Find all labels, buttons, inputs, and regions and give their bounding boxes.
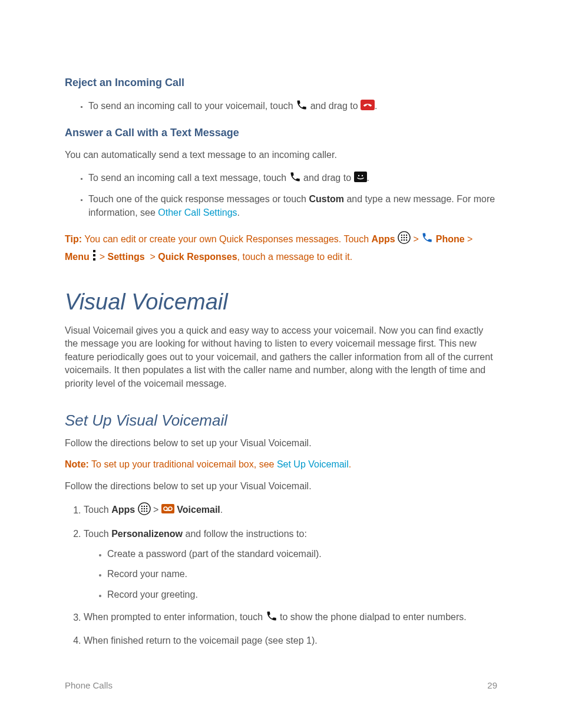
- svg-point-22: [143, 508, 144, 509]
- text: When prompted to enter information, touc…: [84, 612, 266, 622]
- paragraph: You can automatically send a text messag…: [65, 149, 497, 162]
- text: To send an incoming call a text message,…: [88, 173, 289, 183]
- paragraph: Visual Voicemail gives you a quick and e…: [65, 324, 497, 390]
- list-item: Record your greeting.: [107, 588, 497, 601]
- phone-handset-icon: [296, 98, 308, 115]
- text: Touch: [84, 505, 111, 515]
- text: .: [375, 101, 377, 111]
- bold-text: Settings: [107, 252, 144, 262]
- phone-handset-icon: [266, 610, 277, 626]
- bold-text: Voicemail: [177, 505, 220, 515]
- paragraph: Follow the directions below to set up yo…: [65, 480, 497, 493]
- sub-list: Create a password (part of the standard …: [84, 548, 497, 601]
- svg-point-25: [143, 510, 144, 512]
- heading-answer: Answer a Call with a Text Message: [65, 127, 497, 139]
- svg-point-8: [401, 237, 402, 238]
- svg-point-7: [406, 235, 407, 236]
- breadcrumb-sep: >: [147, 252, 158, 262]
- svg-point-23: [146, 508, 147, 509]
- heading-visual-voicemail: Visual Voicemail: [65, 289, 497, 315]
- text: and follow the instructions to:: [183, 529, 307, 539]
- bold-text: Personalizenow: [111, 529, 183, 539]
- apps-grid-icon: [398, 231, 411, 249]
- svg-point-19: [143, 506, 144, 507]
- note-label: Note:: [65, 459, 89, 469]
- page-footer: Phone Calls 29: [65, 680, 497, 690]
- message-icon: [354, 172, 367, 186]
- phone-handset-icon: [289, 170, 301, 187]
- phone-blue-icon: [421, 232, 433, 248]
- svg-rect-16: [93, 258, 95, 261]
- voicemail-icon: [161, 504, 174, 517]
- bold-text: Phone: [436, 234, 465, 244]
- apps-grid-icon: [138, 502, 151, 519]
- breadcrumb-sep: >: [465, 234, 473, 244]
- text: Touch one of the quick response messages…: [88, 194, 309, 204]
- list-item: Touch Personalizenow and follow the inst…: [84, 528, 497, 602]
- bold-text: Custom: [309, 194, 344, 204]
- breadcrumb-sep: >: [411, 234, 421, 244]
- svg-point-24: [141, 510, 142, 512]
- bold-text: Apps: [372, 234, 395, 244]
- footer-page-number: 29: [487, 680, 497, 690]
- steps-list: Touch Apps > Voicemail. Touch Personaliz…: [65, 502, 497, 648]
- note-block: Note: To set up your traditional voicema…: [65, 458, 497, 471]
- text: You can edit or create your own Quick Re…: [82, 234, 372, 244]
- svg-point-20: [146, 506, 147, 507]
- answer-list: To send an incoming call a text message,…: [65, 170, 497, 219]
- footer-section: Phone Calls: [65, 680, 113, 690]
- svg-rect-0: [361, 100, 375, 110]
- bold-text: Apps: [111, 505, 135, 515]
- text: and drag to: [303, 173, 353, 183]
- breadcrumb-sep: >: [97, 252, 107, 262]
- heading-setup-vv: Set Up Visual Voicemail: [65, 411, 497, 430]
- text: , touch a message to edit it.: [237, 252, 353, 262]
- text: .: [220, 505, 223, 515]
- text: To set up your traditional voicemail box…: [89, 459, 277, 469]
- link-other-call-settings[interactable]: Other Call Settings: [158, 207, 237, 218]
- link-setup-voicemail[interactable]: Set Up Voicemail: [277, 459, 349, 469]
- list-item: Create a password (part of the standard …: [107, 548, 497, 561]
- heading-reject: Reject an Incoming Call: [65, 77, 497, 89]
- svg-point-11: [401, 239, 402, 241]
- svg-point-9: [404, 237, 405, 238]
- tip-block: Tip: You can edit or create your own Qui…: [65, 231, 497, 266]
- svg-rect-14: [93, 250, 95, 252]
- paragraph: Follow the directions below to set up yo…: [65, 437, 497, 450]
- svg-point-5: [401, 235, 402, 236]
- decline-call-icon: [361, 100, 375, 114]
- page-content: Reject an Incoming Call To send an incom…: [0, 0, 562, 648]
- bold-text: Menu: [65, 252, 90, 262]
- svg-point-18: [141, 506, 142, 507]
- list-item: When prompted to enter information, touc…: [84, 610, 497, 626]
- list-item: To send an incoming call a text message,…: [88, 170, 497, 187]
- text: .: [237, 207, 240, 218]
- list-item: Record your name.: [107, 568, 497, 581]
- text: .: [367, 173, 369, 183]
- list-item: Touch one of the quick response messages…: [88, 193, 497, 219]
- svg-point-10: [406, 237, 407, 238]
- svg-rect-15: [93, 254, 95, 256]
- svg-point-3: [361, 175, 362, 176]
- svg-point-13: [406, 239, 407, 241]
- text: To send an incoming call to your voicema…: [88, 101, 296, 111]
- text: .: [349, 459, 351, 469]
- tip-label: Tip:: [65, 234, 82, 244]
- list-item: Touch Apps > Voicemail.: [84, 502, 497, 519]
- reject-list: To send an incoming call to your voicema…: [65, 98, 497, 115]
- list-item: When finished return to the voicemail pa…: [84, 634, 497, 647]
- svg-point-6: [404, 235, 405, 236]
- svg-point-26: [146, 510, 147, 512]
- svg-rect-1: [354, 172, 367, 182]
- text: to show the phone dialpad to enter numbe…: [280, 612, 467, 622]
- list-item: To send an incoming call to your voicema…: [88, 98, 497, 115]
- svg-point-12: [404, 239, 405, 241]
- text: and drag to: [310, 101, 361, 111]
- svg-point-2: [358, 175, 359, 176]
- breadcrumb-sep: >: [153, 505, 161, 515]
- svg-point-21: [141, 508, 142, 509]
- bold-text: Quick Responses: [158, 252, 237, 262]
- text: Touch: [84, 529, 111, 539]
